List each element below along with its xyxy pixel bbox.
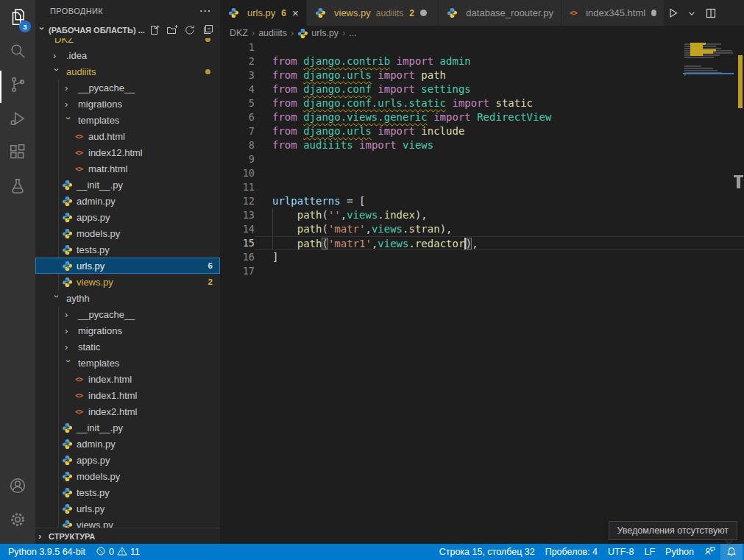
code-line[interactable]: 3from django.urls import path xyxy=(221,68,744,82)
tree-item-index1-html[interactable]: <>index1.html xyxy=(35,387,220,403)
code-line[interactable]: 12urlpatterns = [ xyxy=(221,194,744,208)
tree-item-static[interactable]: ›static xyxy=(35,339,220,355)
code-token: django.urls xyxy=(303,69,372,81)
tree-item-urls-py[interactable]: urls.py xyxy=(35,500,220,517)
activity-item-search[interactable] xyxy=(0,35,35,69)
status-language[interactable]: Python xyxy=(660,544,699,560)
tree-item-admin-py[interactable]: admin.py xyxy=(35,193,220,209)
status-python-interpreter[interactable]: Python 3.9.5 64-bit xyxy=(3,544,91,560)
tab-database-roouter-py[interactable]: database_roouter.py xyxy=(439,0,561,26)
tree-item--init-py[interactable]: __init__.py xyxy=(35,419,220,436)
tree-item-tests-py[interactable]: tests.py xyxy=(35,484,220,500)
activity-item-source-control[interactable] xyxy=(0,69,35,103)
code-token: from xyxy=(272,55,303,67)
new-folder-icon[interactable] xyxy=(166,24,179,37)
tree-item-matr-html[interactable]: <>matr.html xyxy=(35,160,220,177)
tree-item--pycache-[interactable]: ›__pycache__ xyxy=(35,306,220,322)
python-file-icon xyxy=(61,260,73,272)
activity-item-run-debug[interactable] xyxy=(0,103,35,137)
tree-item-migrations[interactable]: ›migrations xyxy=(35,322,220,339)
new-file-icon[interactable] xyxy=(148,24,161,37)
chevron-right-icon: › xyxy=(65,99,74,109)
tree-item-models-py[interactable]: models.py xyxy=(35,468,220,484)
tree-item--init-py[interactable]: __init__.py xyxy=(35,177,220,193)
code-line[interactable]: 9 xyxy=(221,152,744,166)
code-line[interactable]: 17 xyxy=(221,264,744,278)
split-editor-icon[interactable] xyxy=(703,5,719,21)
status-feedback[interactable] xyxy=(699,544,720,560)
run-dropdown-icon[interactable] xyxy=(684,5,700,21)
tab-views-py[interactable]: views.pyaudiiits2 xyxy=(307,0,439,26)
chevron-right-icon: › xyxy=(38,531,47,541)
code-line[interactable]: 8from audiiits import views xyxy=(221,138,744,152)
run-icon[interactable] xyxy=(665,5,681,21)
code-line[interactable]: 7from django.urls import include xyxy=(221,124,744,138)
outline-section-header[interactable]: › СТРУКТУРА xyxy=(35,528,220,544)
activity-item-explorer[interactable]: 3 xyxy=(0,1,35,35)
activity-item-settings[interactable] xyxy=(0,504,35,538)
tab-index345-html[interactable]: <>index345.html xyxy=(561,0,665,26)
tree-item-label: urls.py xyxy=(77,260,104,272)
tree-item-index-html[interactable]: <>index.html xyxy=(35,371,220,387)
tree-item-admin-py[interactable]: admin.py xyxy=(35,436,220,452)
tree-item-models-py[interactable]: models.py xyxy=(35,225,220,241)
tree-item-templates[interactable]: ›templates xyxy=(35,112,220,128)
status-cursor-position[interactable]: Строка 15, столбец 32 xyxy=(434,544,540,560)
refresh-icon[interactable] xyxy=(183,24,196,37)
tree-item-views-py[interactable]: views.py2 xyxy=(35,274,220,290)
code-line[interactable]: 10 xyxy=(221,166,744,180)
code-token: views xyxy=(378,238,408,249)
code-line[interactable]: 15 path('matr1',views.redactor), xyxy=(221,236,744,250)
code-editor[interactable]: 12from django.contrib import admin3from … xyxy=(221,40,744,544)
more-actions-icon[interactable] xyxy=(722,5,738,21)
activity-item-testing[interactable] xyxy=(0,171,35,205)
code-line[interactable]: 14 path('matr',views.stran), xyxy=(221,222,744,236)
status-eol[interactable]: LF xyxy=(639,544,660,560)
tree-item-label: aud.html xyxy=(88,131,125,142)
breadcrumb-item-1[interactable]: audiiits xyxy=(258,28,287,38)
tree-item--idea[interactable]: ›.idea xyxy=(35,47,220,63)
tree-item-apps-py[interactable]: apps.py xyxy=(35,452,220,468)
code-token: ), xyxy=(415,209,428,221)
code-line[interactable]: 11 xyxy=(221,180,744,194)
tree-item-index2-html[interactable]: <>index2.html xyxy=(35,403,220,419)
activity-item-extensions[interactable] xyxy=(0,137,35,171)
tree-item--pycache-[interactable]: ›__pycache__ xyxy=(35,79,220,96)
tree-item-aud-html[interactable]: <>aud.html xyxy=(35,128,220,144)
code-line[interactable]: 2from django.contrib import admin xyxy=(221,54,744,68)
code-line[interactable]: 6from django.views.generic import Redire… xyxy=(221,110,744,124)
chevron-right-icon: › xyxy=(65,342,74,352)
workspace-section-header[interactable]: › (РАБОЧАЯ ОБЛАСТЬ) ... xyxy=(35,22,220,38)
close-icon[interactable]: × xyxy=(292,7,299,19)
status-problems[interactable]: 011 xyxy=(91,544,145,560)
code-line[interactable]: 13 path('',views.index), xyxy=(221,208,744,222)
tree-item-index12-html[interactable]: <>index12.html xyxy=(35,144,220,160)
tree-item-apps-py[interactable]: apps.py xyxy=(35,209,220,225)
breadcrumb-item-3[interactable]: ... xyxy=(349,28,356,38)
tab-urls-py[interactable]: urls.py6× xyxy=(221,0,307,26)
tree-item-templates[interactable]: ›templates xyxy=(35,355,220,371)
tree-item-aythh[interactable]: ›aythh xyxy=(35,290,220,306)
status-encoding[interactable]: UTF-8 xyxy=(603,544,639,560)
tree-item-migrations[interactable]: ›migrations xyxy=(35,96,220,112)
tree-item-audiiits[interactable]: ›audiiits xyxy=(35,63,220,79)
sidebar-more-actions-icon[interactable]: ⋯ xyxy=(199,0,211,22)
tree-item-label: __pycache__ xyxy=(78,309,135,320)
code-token: django.conf.urls.static xyxy=(303,97,446,109)
code-line[interactable]: 5from django.conf.urls.static import sta… xyxy=(221,96,744,110)
status-indentation[interactable]: Пробелов: 4 xyxy=(540,544,603,560)
chevron-right-icon: › xyxy=(65,310,74,319)
activity-item-account[interactable] xyxy=(0,470,35,504)
line-number: 13 xyxy=(221,208,255,222)
collapse-all-icon[interactable] xyxy=(201,24,214,37)
tree-item-tests-py[interactable]: tests.py xyxy=(35,241,220,258)
chevron-down-icon: › xyxy=(52,68,62,77)
code-line[interactable]: 16] xyxy=(221,250,744,264)
code-line[interactable]: 4from django.conf import settings xyxy=(221,82,744,96)
status-notifications[interactable] xyxy=(720,544,743,560)
breadcrumb-item-2[interactable]: urls.py xyxy=(297,28,339,39)
tree-item-urls-py[interactable]: urls.py6 xyxy=(35,258,220,274)
code-line[interactable]: 1 xyxy=(221,40,744,54)
breadcrumb-item-0[interactable]: DKZ xyxy=(230,28,248,38)
code-token: . xyxy=(408,238,414,249)
